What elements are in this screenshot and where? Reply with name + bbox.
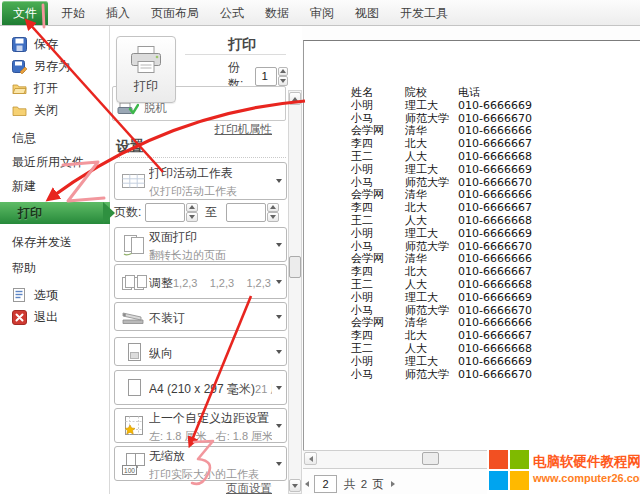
page-setup-link[interactable]: 页面设置 <box>226 481 272 494</box>
margins-icon <box>123 415 145 436</box>
tab-file[interactable]: 文件 <box>2 1 48 25</box>
title-rule <box>185 54 286 55</box>
sidebar-item-exit[interactable]: 退出 <box>0 306 109 328</box>
sidebar-item-options[interactable]: 选项 <box>0 284 109 306</box>
scroll-down-icon <box>292 484 298 488</box>
table-cell: 人大 <box>405 343 458 356</box>
copies-stepper[interactable] <box>278 67 288 86</box>
stepper-down-icon[interactable] <box>267 212 279 222</box>
table-row: 王二人大010-6666668 <box>351 343 640 356</box>
tab-insert[interactable]: 插入 <box>97 1 139 25</box>
sidebar-item-help[interactable]: 帮助 <box>0 256 109 280</box>
stepper-up-icon[interactable] <box>267 203 279 213</box>
orientation-icon <box>124 342 144 362</box>
table-cell: 人大 <box>405 279 458 292</box>
sidebar-item-label: 最近所用文件 <box>12 154 84 171</box>
setting-duplex-dropdown[interactable]: 双面打印翻转长边的页面 <box>114 227 287 262</box>
scroll-down-button[interactable] <box>289 479 301 492</box>
table-cell: 小明 <box>351 164 405 177</box>
table-cell: 小明 <box>351 292 405 305</box>
table-cell: 理工大 <box>405 164 458 177</box>
sidebar-item-save[interactable]: 保存 <box>0 33 109 55</box>
sidebar-item-new[interactable]: 新建 <box>0 174 109 198</box>
setting-print-area-dropdown[interactable]: 打印活动工作表仅打印活动工作表 <box>114 162 287 200</box>
print-section-title: 打印 <box>228 36 256 54</box>
tab-page-layout[interactable]: 页面布局 <box>142 1 208 25</box>
sidebar-item-label: 保存 <box>34 36 58 53</box>
table-header-cell: 院校 <box>405 87 458 100</box>
sidebar-item-save-as[interactable]: 另存为 <box>0 55 109 77</box>
sidebar-item-info[interactable]: 信息 <box>0 126 109 150</box>
dropdown-subtitle: 1,2,3 1,2,3 1,2,3 <box>173 277 271 289</box>
stepper-down-icon[interactable] <box>186 212 198 222</box>
tab-formulas[interactable]: 公式 <box>211 1 253 25</box>
stepper-up-icon[interactable] <box>186 203 198 213</box>
stepper-down-icon[interactable] <box>278 76 288 86</box>
table-cell: 王二 <box>351 279 405 292</box>
print-preview-pane: 姓名院校电话 小明理工大010-6666669小马师范大学010-6666670… <box>302 26 640 494</box>
settings-section-title: 设置 <box>116 138 144 156</box>
setting-orientation-dropdown[interactable]: 纵向 <box>114 337 287 366</box>
tab-review[interactable]: 审阅 <box>301 1 343 25</box>
print-button[interactable]: 打印 <box>116 36 176 103</box>
pages-from-stepper[interactable] <box>186 203 198 222</box>
sidebar-item-save-send[interactable]: 保存并发送 <box>0 230 109 254</box>
scrollbar-thumb[interactable] <box>422 452 439 465</box>
tab-data[interactable]: 数据 <box>256 1 298 25</box>
scroll-up-button[interactable] <box>289 92 301 105</box>
sidebar-item-label: 打开 <box>34 80 58 97</box>
table-cell: 010-6666668 <box>458 151 640 164</box>
scaling-icon: 100 <box>122 453 146 475</box>
watermark-site-name: 电脑软硬件教程网 <box>533 455 640 469</box>
sidebar-item-label: 信息 <box>12 130 36 147</box>
sidebar-item-label: 打印 <box>18 205 42 222</box>
scroll-left-icon <box>309 456 313 462</box>
dropdown-title: 上一个自定义边距设置 <box>149 411 269 425</box>
setting-collation-dropdown[interactable]: 调整1,2,3 1,2,3 1,2,3 <box>114 264 287 299</box>
tab-developer[interactable]: 开发工具 <box>391 1 457 25</box>
setting-scaling-dropdown[interactable]: 100 无缩放打印实际大小的工作表 <box>114 446 287 481</box>
sidebar-item-close[interactable]: 关闭 <box>0 99 109 121</box>
chevron-down-icon <box>276 315 282 319</box>
sidebar-item-open[interactable]: 打开 <box>0 77 109 99</box>
save-as-icon <box>12 59 27 74</box>
preview-table: 姓名院校电话 小明理工大010-6666669小马师范大学010-6666670… <box>351 87 640 381</box>
preview-pager: 2 共 2 页 <box>305 474 395 494</box>
watermark: 电脑软硬件教程网 www.computer26.com <box>487 445 640 494</box>
table-row: 小明理工大010-6666669 <box>351 164 640 177</box>
pages-to-stepper[interactable] <box>267 203 279 222</box>
settings-rule <box>114 157 286 158</box>
table-row: 小明理工大010-6666669 <box>351 356 640 369</box>
table-cell: 理工大 <box>405 228 458 241</box>
scroll-left-button[interactable] <box>304 452 317 465</box>
table-row: 王二人大010-6666668 <box>351 215 640 228</box>
settings-scrollbar[interactable] <box>288 90 302 494</box>
table-header-cell: 姓名 <box>351 87 405 100</box>
next-page-icon[interactable] <box>391 481 395 487</box>
staple-icon <box>121 309 147 325</box>
table-cell: 010-6666669 <box>458 292 640 305</box>
tab-home[interactable]: 开始 <box>52 1 94 25</box>
table-header-cell: 电话 <box>458 87 640 100</box>
sidebar-item-recent[interactable]: 最近所用文件 <box>0 150 109 174</box>
tab-view[interactable]: 视图 <box>346 1 388 25</box>
sidebar-item-print[interactable]: 打印 <box>0 202 121 224</box>
printer-properties-link[interactable]: 打印机属性 <box>215 122 273 137</box>
previous-page-icon[interactable] <box>305 481 309 487</box>
sidebar-item-label: 另存为 <box>34 58 70 75</box>
pages-to-input[interactable] <box>226 203 266 222</box>
table-cell: 理工大 <box>405 356 458 369</box>
dropdown-subtitle: 翻转长边的页面 <box>149 249 226 261</box>
stepper-up-icon[interactable] <box>278 67 288 77</box>
table-cell: 010-6666669 <box>458 100 640 113</box>
setting-paper-size-dropdown[interactable]: A4 (210 x 297 毫米)21 厘米 x 29.7 厘米 <box>114 370 287 405</box>
page-number-input[interactable]: 2 <box>314 475 337 493</box>
pages-from-input[interactable] <box>145 203 185 222</box>
table-row: 小马师范大学010-6666670 <box>351 369 640 382</box>
setting-margins-dropdown[interactable]: 上一个自定义边距设置左: 1.8 厘米 右: 1.8 厘米 <box>114 408 287 443</box>
table-row: 小明理工大010-6666669 <box>351 228 640 241</box>
copies-input[interactable]: 1 <box>255 67 277 86</box>
chevron-down-icon <box>276 243 282 247</box>
scrollbar-thumb[interactable] <box>289 256 301 278</box>
setting-staple-dropdown[interactable]: 不装订 <box>114 302 287 331</box>
